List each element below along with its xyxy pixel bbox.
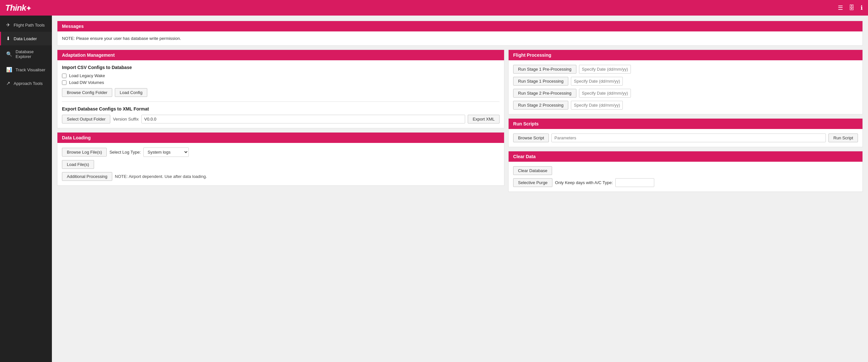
version-suffix-label: Version Suffix <box>113 117 138 122</box>
sidebar-item-data-loader[interactable]: ⬇ Data Loader <box>0 32 52 45</box>
clear-data-header: Clear Data <box>508 151 863 162</box>
sidebar-item-approach-tools[interactable]: ↗ Approach Tools <box>0 76 52 90</box>
clear-data-body: Clear Database Selective Purge Only Keep… <box>508 162 863 192</box>
stage1-date-input[interactable] <box>571 77 623 86</box>
fp-row-2: Run Stage 2 Pre-Processing <box>513 89 858 98</box>
two-col-layout: Adaptation Management Import CSV Configs… <box>57 50 863 357</box>
run-scripts-row: Browse Script Run Script <box>513 134 858 142</box>
browse-script-button[interactable]: Browse Script <box>513 134 549 142</box>
select-log-type-label: Select Log Type: <box>109 150 141 155</box>
db-explorer-icon: 🔍 <box>6 51 12 57</box>
data-loading-body: Browse Log File(s) Select Log Type: Syst… <box>57 143 504 185</box>
load-dw-volumes-label: Load DW Volumes <box>69 80 104 85</box>
run-script-button[interactable]: Run Script <box>829 134 858 142</box>
log-row: Browse Log File(s) Select Log Type: Syst… <box>62 147 499 157</box>
version-suffix-input[interactable] <box>142 115 465 124</box>
data-loading-header: Data Loading <box>57 133 504 143</box>
clear-database-row: Clear Database <box>513 166 858 175</box>
fp-row-3: Run Stage 2 Processing <box>513 101 858 109</box>
flight-processing-body: Run Stage 1 Pre-Processing Run Stage 1 P… <box>508 60 863 114</box>
topbar-actions: ☰ 🗄 ℹ <box>838 4 863 11</box>
topbar: Think✦ ☰ 🗄 ℹ <box>0 0 868 15</box>
adaptation-management-panel: Adaptation Management Import CSV Configs… <box>57 50 504 128</box>
export-row: Select Output Folder Version Suffix Expo… <box>62 115 499 124</box>
data-loader-icon: ⬇ <box>6 36 10 41</box>
load-files-button[interactable]: Load File(s) <box>62 160 94 169</box>
sidebar-label-approach: Approach Tools <box>13 81 42 86</box>
sidebar-label-flight-path: Flight Path Tools <box>13 23 45 28</box>
adaptation-management-body: Import CSV Configs to Database Load Lega… <box>57 60 504 128</box>
messages-panel: Messages NOTE: Please ensure your user h… <box>57 21 863 46</box>
run-stage1-pre-button[interactable]: Run Stage 1 Pre-Processing <box>513 65 577 73</box>
sidebar-label-track-vis: Track Visualiser <box>16 67 45 72</box>
sidebar-item-database-explorer[interactable]: 🔍 Database Explorer <box>0 45 52 63</box>
parameters-input[interactable] <box>551 134 826 142</box>
load-files-row: Load File(s) <box>62 160 499 169</box>
additional-processing-row: Additional Processing NOTE: Airport depe… <box>62 172 499 181</box>
messages-note: NOTE: Please ensure your user has databa… <box>62 36 181 41</box>
stage1-pre-date-input[interactable] <box>579 65 631 73</box>
flight-processing-header: Flight Processing <box>508 50 863 60</box>
flight-processing-panel: Flight Processing Run Stage 1 Pre-Proces… <box>508 50 863 114</box>
flight-path-icon: ✈ <box>6 22 10 28</box>
browse-log-files-button[interactable]: Browse Log File(s) <box>62 148 107 157</box>
messages-header: Messages <box>57 21 863 31</box>
additional-processing-button[interactable]: Additional Processing <box>62 172 112 181</box>
clear-data-panel: Clear Data Clear Database Selective Purg… <box>508 151 863 192</box>
fp-row-0: Run Stage 1 Pre-Processing <box>513 65 858 73</box>
sidebar-label-data-loader: Data Loader <box>13 36 37 41</box>
keep-days-label: Only Keep days with A/C Type: <box>555 180 613 185</box>
fp-row-1: Run Stage 1 Processing <box>513 77 858 86</box>
load-legacy-wake-checkbox[interactable] <box>62 73 66 78</box>
sidebar-item-track-visualiser[interactable]: 📊 Track Visualiser <box>0 63 52 76</box>
app-logo: Think✦ <box>5 3 31 13</box>
info-icon[interactable]: ℹ <box>861 4 863 11</box>
data-loading-panel: Data Loading Browse Log File(s) Select L… <box>57 132 504 186</box>
import-csv-title: Import CSV Configs to Database <box>62 65 499 70</box>
additional-processing-note: NOTE: Airport dependent. Use after data … <box>115 174 207 179</box>
run-stage1-button[interactable]: Run Stage 1 Processing <box>513 77 568 86</box>
approach-icon: ↗ <box>6 80 10 86</box>
content-area: Messages NOTE: Please ensure your user h… <box>52 15 868 362</box>
sidebar-label-db-explorer: Database Explorer <box>16 49 47 59</box>
menu-icon[interactable]: ☰ <box>838 4 843 11</box>
load-legacy-wake-row: Load Legacy Wake <box>62 73 499 78</box>
load-dw-volumes-row: Load DW Volumes <box>62 80 499 85</box>
main-layout: ✈ Flight Path Tools ⬇ Data Loader 🔍 Data… <box>0 15 868 362</box>
load-dw-volumes-checkbox[interactable] <box>62 80 66 85</box>
right-column: Flight Processing Run Stage 1 Pre-Proces… <box>508 50 863 357</box>
import-btn-row: Browse Config Folder Load Config <box>62 88 499 97</box>
load-config-button[interactable]: Load Config <box>115 88 147 97</box>
select-output-folder-button[interactable]: Select Output Folder <box>62 115 110 124</box>
sidebar-item-flight-path-tools[interactable]: ✈ Flight Path Tools <box>0 18 52 32</box>
stage2-date-input[interactable] <box>571 101 623 109</box>
database-icon[interactable]: 🗄 <box>849 4 855 11</box>
clear-database-button[interactable]: Clear Database <box>513 166 552 175</box>
adaptation-management-header: Adaptation Management <box>57 50 504 60</box>
run-scripts-header: Run Scripts <box>508 119 863 129</box>
logo-text: Think <box>5 3 26 13</box>
left-column: Adaptation Management Import CSV Configs… <box>57 50 504 357</box>
sidebar: ✈ Flight Path Tools ⬇ Data Loader 🔍 Data… <box>0 15 52 362</box>
run-stage2-pre-button[interactable]: Run Stage 2 Pre-Processing <box>513 89 577 98</box>
ac-type-input[interactable] <box>615 178 654 187</box>
run-scripts-body: Browse Script Run Script <box>508 129 863 147</box>
log-type-select[interactable]: System logs Radar logs Flight logs <box>143 147 189 157</box>
run-stage2-button[interactable]: Run Stage 2 Processing <box>513 101 568 109</box>
browse-config-folder-button[interactable]: Browse Config Folder <box>62 88 112 97</box>
run-scripts-panel: Run Scripts Browse Script Run Script <box>508 118 863 147</box>
export-xml-title: Export Database Configs to XML Format <box>62 106 499 111</box>
export-xml-button[interactable]: Export XML <box>468 115 499 124</box>
load-legacy-wake-label: Load Legacy Wake <box>69 73 105 78</box>
messages-body: NOTE: Please ensure your user has databa… <box>57 31 863 45</box>
section-divider <box>62 101 499 102</box>
stage2-pre-date-input[interactable] <box>579 89 631 98</box>
track-vis-icon: 📊 <box>6 67 12 73</box>
selective-purge-button[interactable]: Selective Purge <box>513 178 552 187</box>
selective-purge-row: Selective Purge Only Keep days with A/C … <box>513 178 858 187</box>
